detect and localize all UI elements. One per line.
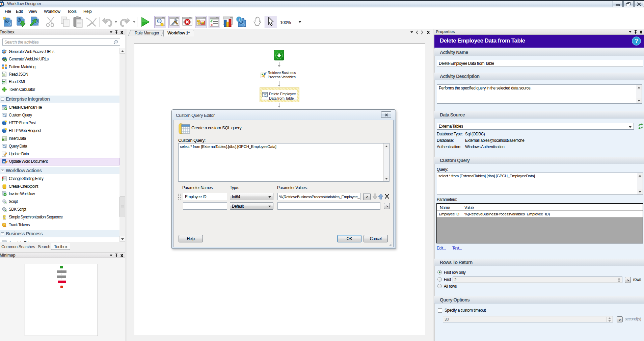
svg-text:?: ?	[635, 38, 638, 44]
svg-text:XML: XML	[2, 81, 6, 83]
svg-text:JSON: JSON	[2, 74, 6, 76]
